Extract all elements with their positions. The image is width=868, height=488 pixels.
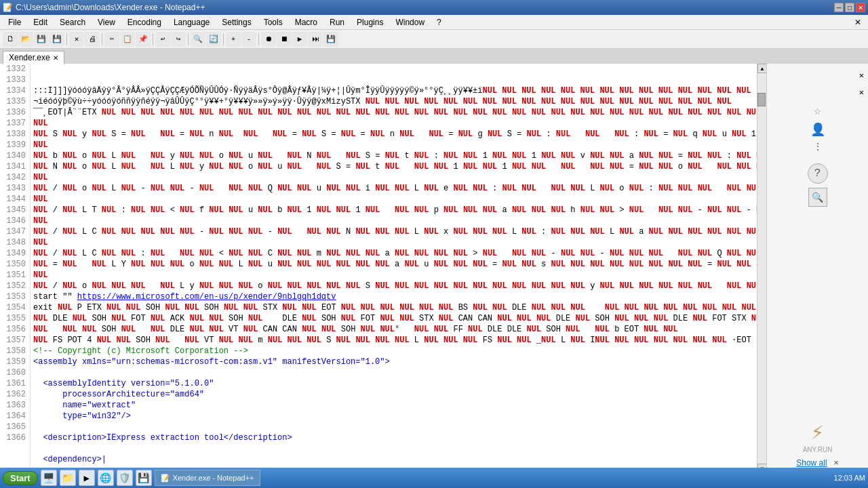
taskbar-icon-disk[interactable]: 💾: [136, 470, 152, 486]
tab-close-button[interactable]: ✕: [53, 54, 58, 62]
code-line[interactable]: :::I]]]ÿóóóÿâÄÿÿ°Â°ÿÂÂ»ÿÇÇÂÿÇÇÆÿÓÕÑÿÛÛÓÿ…: [33, 85, 754, 96]
toolbar-redo[interactable]: ↪: [171, 32, 186, 47]
toolbar-save[interactable]: 💾: [34, 32, 49, 47]
code-line[interactable]: NUL: [33, 172, 754, 183]
code-line[interactable]: processorArchitecture="amd64": [33, 389, 754, 400]
more-icon[interactable]: ⋮: [813, 141, 823, 152]
code-line[interactable]: NUL N NUL o NUL L NUL NUL L NUL y NUL NU…: [33, 161, 754, 172]
code-line[interactable]: NUL FS POT 4 NUL NUL SOH NUL NUL VT NUL …: [33, 335, 754, 346]
code-line[interactable]: NUL: [33, 237, 754, 248]
toolbar-macro-run[interactable]: ⏭: [308, 32, 323, 47]
code-line[interactable]: NUL / NUL L T NUL : NUL NUL < NUL f NUL …: [33, 205, 754, 216]
toolbar-zoom-out[interactable]: -: [241, 32, 256, 47]
vscroll-track[interactable]: [757, 73, 766, 464]
code-line[interactable]: ¯¯¸EOT|Â¨¨ETX NUL NUL NUL NUL NUL NUL NU…: [33, 107, 754, 118]
code-line[interactable]: NUL: [33, 194, 754, 205]
toolbar-paste[interactable]: 📌: [136, 32, 151, 47]
menu-edit[interactable]: Edit: [28, 16, 53, 28]
menu-close-x[interactable]: ✕: [850, 16, 865, 28]
search-panel-icon[interactable]: 🔍: [808, 188, 827, 207]
code-line[interactable]: NUL / NUL o NUL NUL NUL NUL L y NUL NUL …: [33, 281, 754, 291]
toolbar-close[interactable]: ✕: [69, 32, 84, 47]
code-line[interactable]: <assemblyIdentity version="5.1.0.0": [33, 378, 754, 389]
code-line[interactable]: NUL S NUL y NUL S = NUL NUL = NUL n NUL …: [33, 129, 754, 140]
toolbar-open[interactable]: 📂: [18, 32, 33, 47]
toolbar-macro-rec[interactable]: ⏺: [261, 32, 276, 47]
taskbar-notepad-task[interactable]: 📝 Xender.exe - Notepad++: [155, 470, 260, 486]
code-line[interactable]: NUL: [33, 118, 754, 129]
menu-tools[interactable]: Tools: [258, 16, 288, 28]
menu-window[interactable]: Window: [390, 16, 430, 28]
toolbar-undo[interactable]: ↩: [155, 32, 170, 47]
taskbar-icon-media[interactable]: ▶: [79, 470, 95, 486]
code-line[interactable]: ¬iéóóÿþ©ÿù÷÷yóóóÿóññÿÿñéÿÿ¬ÿâÛÛÿÇ°°ÿ¥¥+°…: [33, 96, 754, 107]
code-line[interactable]: <assembly xmlns="urn:schemas-microsoft-c…: [33, 357, 754, 367]
vertical-scrollbar[interactable]: ▲ ▼: [757, 64, 766, 473]
code-line[interactable]: <description>IExpress extraction tool</d…: [33, 432, 754, 443]
toolbar-replace[interactable]: 🔄: [206, 32, 221, 47]
toolbar-macro-play[interactable]: ▶: [292, 32, 307, 47]
line-number: 1349: [4, 248, 26, 259]
menu-help[interactable]: ?: [431, 16, 447, 28]
code-area[interactable]: :::I]]]ÿóóóÿâÄÿÿ°Â°ÿÂÂ»ÿÇÇÂÿÇÇÆÿÓÕÑÿÛÛÓÿ…: [31, 64, 757, 473]
code-line[interactable]: NUL b NUL o NUL L NUL NUL y NUL NUL o NU…: [33, 150, 754, 161]
code-line[interactable]: type="win32"/>: [33, 411, 754, 422]
tab-xender[interactable]: Xender.exe ✕: [3, 51, 64, 64]
code-line[interactable]: NUL NUL NUL SOH NUL NUL DLE NUL NUL VT N…: [33, 324, 754, 335]
toolbar-cut[interactable]: ✂: [104, 32, 119, 47]
person-icon[interactable]: 👤: [810, 122, 825, 137]
menu-settings[interactable]: Settings: [216, 16, 256, 28]
vscroll-up-button[interactable]: ▲: [757, 64, 767, 73]
code-line[interactable]: start "" https://www.microsoft.com/en-us…: [33, 291, 754, 302]
menu-file[interactable]: File: [3, 16, 26, 28]
toolbar-save-all[interactable]: 💾: [50, 32, 64, 47]
code-line[interactable]: <!-- Copyright (c) Microsoft Corporation…: [33, 346, 754, 357]
menu-language[interactable]: Language: [168, 16, 215, 28]
code-line[interactable]: NUL DLE NUL SOH NUL FOT NUL ACK NUL NUL …: [33, 313, 754, 324]
menu-search[interactable]: Search: [54, 16, 91, 28]
toolbar-macro-save[interactable]: 💾: [323, 32, 338, 47]
help-icon[interactable]: ?: [808, 163, 828, 184]
vscroll-thumb[interactable]: [757, 93, 766, 106]
right-panel-close[interactable]: ✕: [858, 69, 865, 82]
url-link[interactable]: https://www.microsoft.com/en-us/p/xender…: [77, 292, 336, 302]
menu-plugins[interactable]: Plugins: [351, 16, 389, 28]
star-icon[interactable]: ☆: [814, 103, 821, 118]
start-button[interactable]: Start: [3, 471, 38, 485]
maximize-button[interactable]: □: [845, 3, 854, 12]
taskbar-icon-shield[interactable]: 🛡️: [117, 470, 133, 486]
anyrun-close[interactable]: ✕: [834, 458, 839, 468]
code-line[interactable]: NUL / NUL L C NUL NUL NUL NUL NUL - NUL …: [33, 226, 754, 237]
code-line[interactable]: NUL: [33, 140, 754, 150]
toolbar-copy[interactable]: 📋: [120, 32, 135, 47]
code-line[interactable]: [33, 422, 754, 432]
taskbar-icon-folder[interactable]: 📁: [60, 470, 76, 486]
taskbar-icon-browser[interactable]: 🌐: [98, 470, 114, 486]
code-line[interactable]: name="wextract": [33, 400, 754, 411]
toolbar-new[interactable]: 🗋: [3, 32, 18, 47]
menu-encoding[interactable]: Encoding: [122, 16, 167, 28]
code-line[interactable]: [33, 443, 754, 454]
code-line[interactable]: NUL = NUL NUL L Y NUL NUL NUL o NUL NUL …: [33, 259, 754, 270]
right-panel-back[interactable]: ✕: [858, 86, 865, 99]
code-line[interactable]: NUL / NUL o NUL L NUL - NUL NUL - NUL NU…: [33, 183, 754, 194]
close-button[interactable]: ✕: [856, 3, 865, 12]
editor[interactable]: 1332133313341335133613371338133913401341…: [0, 64, 757, 473]
title-bar-buttons[interactable]: ─ □ ✕: [834, 3, 865, 12]
toolbar-print[interactable]: 🖨: [85, 32, 100, 47]
code-line[interactable]: exit NUL P ETX NUL NUL SOH NUL NUL SOH N…: [33, 302, 754, 313]
code-line[interactable]: <dependency>|: [33, 454, 754, 465]
taskbar-icon-desktop[interactable]: 🖥️: [41, 470, 57, 486]
menu-macro[interactable]: Macro: [290, 16, 323, 28]
toolbar-macro-stop[interactable]: ⏹: [277, 32, 292, 47]
code-line[interactable]: [33, 367, 754, 378]
minimize-button[interactable]: ─: [834, 3, 844, 12]
code-line[interactable]: NUL: [33, 270, 754, 281]
show-all-link[interactable]: Show all: [796, 458, 827, 468]
toolbar-zoom-in[interactable]: +: [226, 32, 241, 47]
menu-view[interactable]: View: [92, 16, 121, 28]
code-line[interactable]: NUL: [33, 216, 754, 226]
toolbar-find[interactable]: 🔍: [191, 32, 205, 47]
code-line[interactable]: NUL / NUL L C NUL NUL : NUL NUL NUL < NU…: [33, 248, 754, 259]
menu-run[interactable]: Run: [324, 16, 350, 28]
